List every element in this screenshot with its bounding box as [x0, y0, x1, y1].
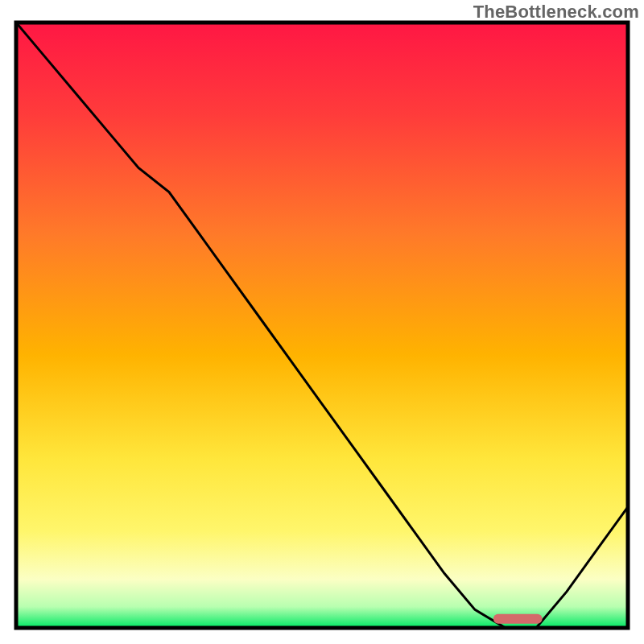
bottleneck-chart: [0, 0, 644, 644]
gradient-background: [16, 23, 628, 628]
chart-canvas: TheBottleneck.com: [0, 0, 644, 644]
optimal-range-marker: [493, 614, 543, 624]
